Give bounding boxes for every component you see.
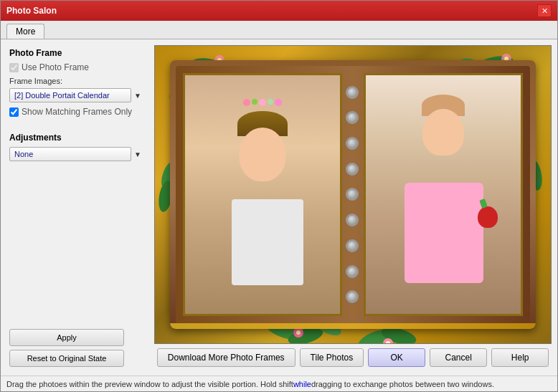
photo-frame-section: Photo Frame Use Photo Frame Frame Images…	[9, 48, 143, 121]
use-photo-frame-checkbox[interactable]	[9, 63, 19, 72]
preview-scrollbar[interactable]	[155, 343, 551, 344]
left-photo-slot	[183, 73, 342, 316]
spiral-binding	[346, 66, 360, 323]
adjustment-dropdown[interactable]: None	[9, 147, 131, 161]
preview-inner	[155, 46, 551, 343]
frame-inner	[176, 66, 530, 323]
status-bar: Drag the photoes within the preview wind…	[1, 376, 557, 391]
adjustments-section: Adjustments None ▼	[9, 133, 143, 166]
tab-bar: More	[1, 21, 557, 39]
use-photo-frame-row: Use Photo Frame	[9, 62, 143, 72]
svg-point-35	[386, 341, 390, 343]
right-photo-slot	[364, 73, 523, 316]
apply-button[interactable]: Apply	[9, 329, 124, 346]
svg-point-30	[293, 328, 303, 338]
close-button[interactable]: ✕	[537, 4, 552, 17]
dropdown-arrow-icon: ▼	[134, 92, 141, 100]
preview-area[interactable]	[154, 45, 552, 344]
use-photo-frame-label: Use Photo Frame	[22, 62, 89, 72]
svg-point-34	[383, 338, 393, 343]
adjustments-title: Adjustments	[9, 133, 143, 143]
frame-images-label: Frame Images:	[9, 77, 143, 85]
title-bar: Photo Salon ✕	[1, 1, 557, 21]
action-buttons: Apply Reset to Original State	[9, 329, 143, 367]
tile-photos-button[interactable]: Tile Photos	[300, 348, 364, 367]
status-text-before: Drag the photoes within the preview wind…	[6, 380, 293, 388]
main-window: Photo Salon ✕ More Photo Frame Use Photo…	[0, 0, 558, 392]
status-text-after: dragging to exchange photos between two …	[311, 380, 494, 388]
left-panel: Photo Frame Use Photo Frame Frame Images…	[1, 39, 151, 376]
right-panel: Download More Photo Frames Tile Photos O…	[151, 39, 557, 376]
content-area: Photo Frame Use Photo Frame Frame Images…	[1, 39, 557, 376]
footer-buttons: Download More Photo Frames Tile Photos O…	[154, 344, 552, 370]
cancel-button[interactable]: Cancel	[430, 348, 487, 367]
album-frame	[170, 60, 536, 329]
show-matching-label: Show Matching Frames Only	[22, 107, 132, 117]
show-matching-checkbox[interactable]	[9, 107, 19, 117]
photo-frame-title: Photo Frame	[9, 48, 143, 58]
show-matching-row: Show Matching Frames Only	[9, 107, 143, 117]
adjustment-dropdown-arrow-icon: ▼	[134, 150, 141, 158]
status-text-highlight: while	[293, 380, 311, 388]
download-frames-button[interactable]: Download More Photo Frames	[157, 348, 295, 367]
help-button[interactable]: Help	[491, 348, 549, 367]
left-photo	[185, 75, 340, 314]
adjustment-dropdown-container: None ▼	[9, 147, 143, 161]
reset-button[interactable]: Reset to Original State	[9, 350, 124, 367]
svg-point-31	[296, 330, 301, 335]
window-title: Photo Salon	[6, 6, 57, 16]
ok-button[interactable]: OK	[368, 348, 425, 367]
tab-more[interactable]: More	[6, 24, 44, 39]
frame-dropdown[interactable]: [2] Double Portait Calendar	[9, 88, 131, 102]
right-photo	[366, 75, 521, 314]
frame-dropdown-container: [2] Double Portait Calendar ▼	[9, 88, 143, 102]
